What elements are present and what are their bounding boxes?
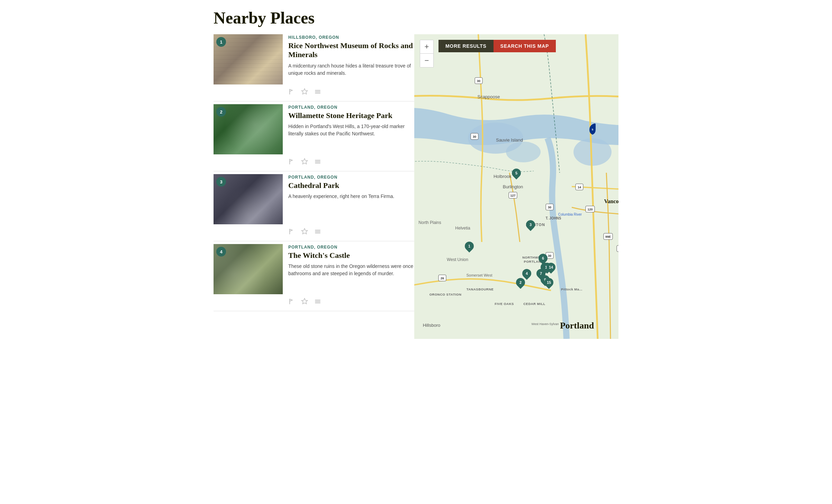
place-city: Hillsboro, Oregon (288, 35, 414, 40)
map-container: 30 30 26 127 30 14 (414, 34, 618, 339)
place-number-badge: 1 (216, 37, 226, 47)
place-description: A heavenly experience, right here on Ter… (288, 193, 414, 200)
pin-number: 1 (468, 244, 470, 248)
zoom-out-button[interactable]: − (420, 54, 434, 68)
svg-text:Hillsboro: Hillsboro (423, 323, 441, 328)
more-results-button[interactable]: MORE RESULTS (438, 40, 494, 52)
svg-text:127: 127 (510, 194, 515, 197)
search-map-button[interactable]: SEARCH THIS MAP (494, 40, 556, 52)
place-actions (214, 228, 414, 235)
place-card: 2 Portland, Oregon Willamette Stone Heri… (214, 104, 414, 171)
svg-text:Somerset West: Somerset West (467, 273, 492, 277)
svg-text:Vancouver: Vancouver (604, 198, 618, 204)
svg-rect-36 (617, 245, 618, 252)
list-button[interactable] (314, 228, 322, 235)
pin-circle: 14 (545, 261, 558, 274)
list-button[interactable] (314, 298, 322, 305)
svg-text:West Union: West Union (447, 257, 468, 262)
pin-number: 2 (519, 280, 522, 285)
pin-number: 3 (530, 223, 532, 227)
place-image-wrap: 1 (214, 34, 283, 84)
svg-text:CEDAR MILL: CEDAR MILL (523, 302, 545, 306)
place-city: Portland, Oregon (288, 105, 414, 110)
svg-text:Pittock Ma...: Pittock Ma... (561, 287, 582, 291)
svg-text:99E: 99E (605, 235, 611, 238)
list-button[interactable] (314, 88, 322, 96)
list-button[interactable] (314, 158, 322, 165)
star-button[interactable] (301, 88, 308, 96)
map-pin-15[interactable]: 15 (544, 278, 553, 287)
place-image-wrap: 4 (214, 244, 283, 294)
place-info: Portland, Oregon Cathedral Park A heaven… (288, 174, 414, 200)
svg-text:120: 120 (587, 208, 593, 211)
svg-text:West Haven-Sylvan: West Haven-Sylvan (532, 322, 559, 326)
place-number-badge: 4 (216, 247, 226, 256)
pin-circle: 1 (463, 240, 476, 252)
place-description: These old stone ruins in the Oregon wild… (288, 263, 414, 277)
pin-circle: 5 (510, 166, 523, 179)
pin-circle: 4 (520, 267, 533, 280)
star-button[interactable] (301, 298, 308, 305)
svg-text:30: 30 (473, 135, 476, 138)
map-pin-14[interactable]: 14 (546, 263, 555, 272)
map-top-bar: MORE RESULTS SEARCH THIS MAP (438, 40, 556, 52)
pin-circle: 3 (524, 218, 537, 231)
flag-button[interactable] (288, 298, 295, 305)
map-pin-2[interactable]: 2 (516, 278, 525, 287)
svg-text:Sauvie Island: Sauvie Island (496, 137, 523, 143)
pin-circle: 15 (543, 276, 555, 289)
place-info: Hillsboro, Oregon Rice Northwest Museum … (288, 34, 414, 77)
place-name: Rice Northwest Museum of Rocks and Miner… (288, 41, 414, 60)
pin-number: 4 (525, 271, 527, 276)
star-button[interactable] (301, 158, 308, 165)
flag-button[interactable] (288, 158, 295, 165)
place-image-wrap: 3 (214, 174, 283, 224)
map-controls: + − (420, 40, 434, 68)
place-info: Portland, Oregon Willamette Stone Herita… (288, 104, 414, 137)
svg-text:30: 30 (548, 254, 551, 258)
svg-text:Columbia River: Columbia River (558, 213, 582, 216)
place-city: Portland, Oregon (288, 245, 414, 250)
svg-point-14 (506, 142, 541, 162)
svg-point-15 (573, 138, 612, 166)
flag-button[interactable] (288, 228, 295, 235)
results-panel: 1 Hillsboro, Oregon Rice Northwest Museu… (214, 34, 414, 339)
svg-text:North Plains: North Plains (418, 220, 441, 225)
zoom-in-button[interactable]: + (420, 40, 434, 54)
svg-text:FIVE OAKS: FIVE OAKS (495, 302, 514, 306)
place-city: Portland, Oregon (288, 175, 414, 180)
place-card: 3 Portland, Oregon Cathedral Park A heav… (214, 174, 414, 241)
map-pin-3[interactable]: 3 (526, 220, 535, 229)
place-description: Hidden in Portland's West Hills, a 170-y… (288, 123, 414, 137)
map-pin-5[interactable]: 5 (512, 169, 521, 178)
place-name: The Witch's Castle (288, 251, 414, 260)
place-number-badge: 3 (216, 177, 226, 187)
place-description: A midcentury ranch house hides a literal… (288, 62, 414, 77)
svg-text:TANASBOURNE: TANASBOURNE (467, 287, 494, 291)
svg-text:5: 5 (592, 128, 594, 131)
place-number-badge: 2 (216, 107, 226, 117)
place-name: Cathedral Park (288, 181, 414, 190)
place-actions (214, 298, 414, 305)
flag-button[interactable] (288, 88, 295, 95)
map-pin-1[interactable]: 1 (465, 242, 474, 251)
pin-number: 15 (547, 280, 551, 285)
place-image-wrap: 2 (214, 104, 283, 154)
place-info: Portland, Oregon The Witch's Castle Thes… (288, 244, 414, 277)
svg-text:Scappoose: Scappoose (477, 94, 500, 99)
pin-number: 14 (549, 265, 553, 269)
map-pin-6[interactable]: 6 (539, 254, 548, 263)
place-name: Willamette Stone Heritage Park (288, 111, 414, 120)
svg-text:Portland: Portland (560, 321, 594, 331)
page-title: Nearby Places (214, 8, 618, 27)
place-card: 4 Portland, Oregon The Witch's Castle Th… (214, 244, 414, 311)
svg-text:26: 26 (441, 277, 444, 280)
svg-text:30: 30 (548, 206, 551, 209)
map-pin-4[interactable]: 4 (522, 269, 531, 278)
place-actions (214, 88, 414, 96)
svg-text:ORONCO STATION: ORONCO STATION (429, 292, 462, 296)
star-button[interactable] (301, 228, 308, 235)
svg-text:Helvetia: Helvetia (455, 226, 470, 231)
pin-number: 5 (515, 171, 517, 175)
place-actions (214, 158, 414, 165)
